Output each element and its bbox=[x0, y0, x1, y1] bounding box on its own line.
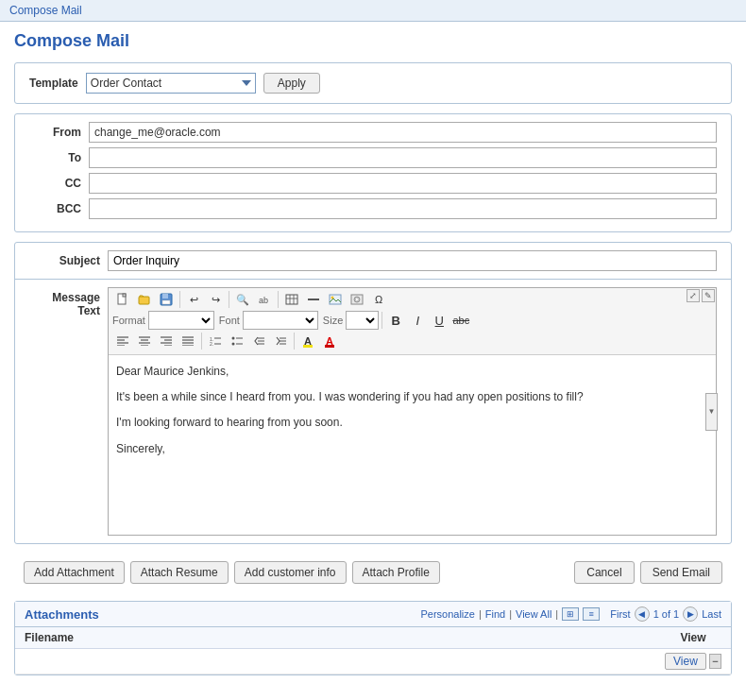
svg-point-37 bbox=[232, 337, 235, 340]
personalize-link[interactable]: Personalize bbox=[420, 608, 474, 620]
attachments-section: Attachments Personalize | Find | View Al… bbox=[14, 601, 732, 675]
hrule-icon[interactable] bbox=[303, 290, 324, 309]
italic-button[interactable]: I bbox=[407, 311, 428, 330]
subject-row: Subject bbox=[15, 243, 731, 280]
open-icon[interactable] bbox=[134, 290, 155, 309]
ordered-list-button[interactable]: 1.2. bbox=[205, 332, 226, 350]
svg-rect-2 bbox=[139, 297, 149, 304]
from-input[interactable] bbox=[89, 122, 717, 143]
align-left-button[interactable] bbox=[112, 332, 133, 350]
attachments-table-header: Filename View bbox=[15, 627, 731, 649]
bold-button[interactable]: B bbox=[385, 311, 406, 330]
cancel-button[interactable]: Cancel bbox=[574, 561, 634, 584]
indent-increase-button[interactable] bbox=[270, 332, 291, 350]
template-select[interactable]: Order Contact Follow Up Introduction bbox=[86, 73, 256, 94]
attach-resume-button[interactable]: Attach Resume bbox=[130, 561, 229, 584]
svg-rect-7 bbox=[286, 295, 297, 304]
cc-input[interactable] bbox=[89, 173, 717, 194]
send-email-button[interactable]: Send Email bbox=[640, 561, 722, 584]
expand-icon[interactable]: ⤢ bbox=[687, 289, 700, 302]
next-page-button[interactable]: ▶ bbox=[683, 606, 698, 622]
strikethrough-button[interactable]: abc bbox=[450, 311, 471, 330]
unordered-list-button[interactable] bbox=[227, 332, 247, 350]
size-select[interactable]: 10 12 14 bbox=[346, 311, 379, 330]
to-input[interactable] bbox=[89, 147, 717, 168]
cc-row: CC bbox=[29, 173, 717, 194]
bcc-input[interactable] bbox=[89, 198, 717, 219]
indent-decrease-button[interactable] bbox=[248, 332, 269, 350]
apply-button[interactable]: Apply bbox=[263, 73, 320, 94]
filename-col-header: Filename bbox=[25, 631, 665, 644]
highlight-color-button[interactable]: A bbox=[297, 332, 318, 350]
add-customer-info-button[interactable]: Add customer info bbox=[234, 561, 347, 584]
attachments-header: Attachments Personalize | Find | View Al… bbox=[15, 602, 731, 627]
font-select[interactable]: Arial Times New Roman bbox=[243, 311, 318, 330]
grid-view-icon[interactable]: ⊞ bbox=[562, 607, 579, 621]
align-right-button[interactable] bbox=[156, 332, 177, 350]
undo-icon[interactable]: ↩ bbox=[183, 290, 204, 309]
image-icon[interactable] bbox=[325, 290, 346, 309]
redo-icon[interactable]: ↪ bbox=[205, 290, 226, 309]
pagination-last: Last bbox=[702, 608, 721, 620]
edit-icon[interactable]: ✎ bbox=[702, 289, 715, 302]
to-row: To bbox=[29, 147, 717, 168]
template-label: Template bbox=[29, 77, 78, 90]
toolbar-sep-6 bbox=[294, 333, 295, 350]
svg-text:2.: 2. bbox=[210, 341, 213, 346]
save-icon[interactable] bbox=[156, 290, 177, 309]
toolbar-row-1: ↩ ↪ 🔍 ab bbox=[112, 290, 712, 309]
editor-container: ↩ ↪ 🔍 ab bbox=[108, 287, 717, 536]
svg-text:ab: ab bbox=[259, 296, 268, 305]
underline-button[interactable]: U bbox=[429, 311, 449, 330]
toolbar-sep-1 bbox=[179, 291, 180, 308]
pagination-first: First bbox=[610, 608, 630, 620]
action-bar: Add Attachment Attach Resume Add custome… bbox=[14, 554, 732, 591]
find-link[interactable]: Find bbox=[485, 608, 505, 620]
svg-rect-1 bbox=[123, 294, 126, 297]
format-label: Format bbox=[112, 315, 145, 326]
view-all-link[interactable]: View All bbox=[516, 608, 551, 620]
toolbar-sep-4 bbox=[381, 312, 382, 329]
toolbar-sep-3 bbox=[278, 291, 279, 308]
flash-icon[interactable] bbox=[347, 290, 367, 309]
svg-point-39 bbox=[232, 343, 235, 346]
message-label: Message Text bbox=[29, 287, 100, 536]
scroll-handle[interactable]: ▼ bbox=[705, 393, 718, 431]
message-line-4: Sincerely, bbox=[116, 440, 708, 458]
attachment-row: View − bbox=[15, 649, 731, 674]
subject-label: Subject bbox=[29, 254, 100, 267]
new-doc-icon[interactable] bbox=[112, 290, 133, 309]
subject-input[interactable] bbox=[108, 250, 717, 271]
table-icon[interactable] bbox=[281, 290, 302, 309]
align-center-button[interactable] bbox=[134, 332, 155, 350]
remove-attachment-button[interactable]: − bbox=[709, 654, 721, 669]
search-icon[interactable]: 🔍 bbox=[232, 290, 253, 309]
special-char-icon[interactable]: Ω bbox=[368, 290, 389, 309]
text-color-button[interactable]: A bbox=[319, 332, 340, 350]
toolbar-expand: ⤢ ✎ bbox=[687, 289, 715, 302]
bcc-row: BCC bbox=[29, 198, 717, 219]
attach-profile-button[interactable]: Attach Profile bbox=[352, 561, 440, 584]
toolbar-row-2: Format Paragraph Heading 1 Heading 2 Fon… bbox=[112, 311, 712, 330]
align-justify-button[interactable] bbox=[178, 332, 198, 350]
view-button[interactable]: View bbox=[665, 653, 706, 670]
list-view-icon[interactable]: ≡ bbox=[583, 607, 600, 621]
message-line-3: I'm looking forward to hearing from you … bbox=[116, 414, 708, 432]
font-label: Font bbox=[219, 315, 240, 326]
toolbar-sep-2 bbox=[229, 291, 229, 308]
format-select[interactable]: Paragraph Heading 1 Heading 2 bbox=[148, 311, 214, 330]
compose-section: Subject Message Text ⤢ ✎ bbox=[14, 242, 732, 544]
editor-content[interactable]: Dear Maurice Jenkins, It's been a while … bbox=[109, 355, 716, 535]
cc-label: CC bbox=[29, 177, 81, 190]
page-title: Compose Mail bbox=[14, 31, 732, 51]
breadcrumb: Compose Mail bbox=[0, 0, 746, 22]
svg-rect-12 bbox=[330, 295, 341, 304]
toolbar-sep-5 bbox=[201, 333, 202, 350]
from-row: From bbox=[29, 122, 717, 143]
add-attachment-button[interactable]: Add Attachment bbox=[24, 561, 125, 584]
replace-icon[interactable]: ab bbox=[254, 290, 275, 309]
breadcrumb-link[interactable]: Compose Mail bbox=[9, 4, 82, 17]
template-section: Template Order Contact Follow Up Introdu… bbox=[14, 62, 732, 104]
prev-page-button[interactable]: ◀ bbox=[635, 606, 650, 622]
message-line-1: Dear Maurice Jenkins, bbox=[116, 363, 708, 381]
